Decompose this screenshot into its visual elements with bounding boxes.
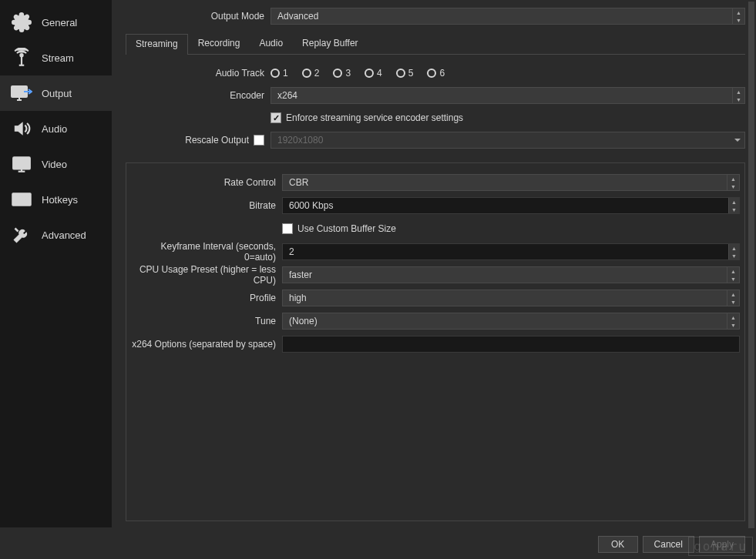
enforce-checkbox[interactable] bbox=[270, 112, 281, 123]
tools-icon bbox=[11, 224, 32, 246]
audio-track-option: 5 bbox=[408, 68, 414, 79]
sidebar-item-label: General bbox=[42, 17, 77, 28]
select-spinner-icon: ▲▼ bbox=[732, 8, 744, 24]
monitor-arrow-icon bbox=[11, 82, 32, 104]
audio-track-radio-2[interactable] bbox=[302, 69, 311, 78]
rate-control-label: Rate Control bbox=[131, 177, 282, 188]
select-spinner-icon: ▲▼ bbox=[732, 88, 744, 103]
svg-point-12 bbox=[21, 199, 22, 199]
monitor-icon bbox=[11, 153, 32, 175]
svg-point-11 bbox=[18, 199, 18, 199]
tune-value: (None) bbox=[289, 316, 318, 326]
audio-track-radio-1[interactable] bbox=[270, 69, 280, 78]
vertical-scrollbar[interactable] bbox=[748, 2, 754, 528]
profile-label: Profile bbox=[131, 293, 282, 303]
svg-point-8 bbox=[24, 196, 25, 196]
tab-audio[interactable]: Audio bbox=[250, 34, 292, 54]
encoder-value: x264 bbox=[277, 90, 297, 101]
audio-track-label: Audio Track bbox=[126, 68, 270, 79]
keyframe-input[interactable]: 2 ▲▼ bbox=[282, 243, 740, 260]
sidebar-item-label: Advanced bbox=[42, 229, 86, 241]
select-spinner-icon: ▲▼ bbox=[727, 290, 739, 306]
tab-replay-buffer[interactable]: Replay Buffer bbox=[293, 34, 368, 54]
keyframe-value: 2 bbox=[289, 246, 294, 257]
custom-buffer-label: Use Custom Buffer Size bbox=[297, 223, 396, 234]
keyboard-icon bbox=[11, 189, 32, 210]
audio-track-option: 1 bbox=[283, 68, 288, 79]
svg-point-14 bbox=[27, 199, 28, 199]
encoder-label: Encoder bbox=[126, 90, 270, 101]
tune-label: Tune bbox=[131, 316, 282, 326]
antenna-icon bbox=[11, 47, 32, 69]
number-spinner-icon[interactable]: ▲▼ bbox=[728, 198, 739, 213]
rate-control-value: CBR bbox=[289, 177, 308, 188]
tab-recording[interactable]: Recording bbox=[189, 34, 250, 54]
svg-rect-3 bbox=[13, 157, 30, 169]
output-tabs: Streaming Recording Audio Replay Buffer bbox=[126, 34, 745, 55]
profile-value: high bbox=[289, 293, 307, 303]
audio-track-option: 6 bbox=[439, 68, 445, 79]
tune-select[interactable]: (None) ▲▼ bbox=[282, 313, 740, 330]
rescale-label: Rescale Output bbox=[185, 135, 249, 146]
audio-track-radio-6[interactable] bbox=[427, 69, 436, 78]
svg-point-9 bbox=[27, 196, 28, 196]
sidebar-item-general[interactable]: General bbox=[0, 5, 112, 40]
rescale-checkbox[interactable] bbox=[254, 135, 264, 146]
profile-select[interactable]: high ▲▼ bbox=[282, 290, 740, 306]
tab-streaming[interactable]: Streaming bbox=[126, 34, 188, 55]
rate-control-select[interactable]: CBR ▲▼ bbox=[282, 174, 740, 191]
select-spinner-icon: ▲▼ bbox=[727, 175, 739, 190]
gear-icon bbox=[11, 12, 32, 33]
cpu-preset-value: faster bbox=[289, 269, 312, 280]
settings-sidebar: General Stream Output Audio Video bbox=[0, 0, 112, 527]
svg-point-7 bbox=[21, 196, 22, 196]
watermark: goharu bbox=[688, 537, 753, 556]
sidebar-item-label: Stream bbox=[42, 52, 74, 64]
x264-opts-label: x264 Options (separated by space) bbox=[131, 339, 282, 350]
cancel-button[interactable]: Cancel bbox=[643, 536, 694, 553]
x264-opts-input[interactable] bbox=[282, 336, 740, 353]
encoder-select[interactable]: x264 ▲▼ bbox=[270, 87, 745, 104]
rescale-value: 1920x1080 bbox=[277, 135, 323, 146]
audio-track-radio-3[interactable] bbox=[333, 69, 342, 78]
svg-point-10 bbox=[15, 199, 15, 199]
output-mode-value: Advanced bbox=[277, 11, 318, 22]
sidebar-item-hotkeys[interactable]: Hotkeys bbox=[0, 182, 112, 217]
cpu-preset-label: CPU Usage Preset (higher = less CPU) bbox=[131, 264, 282, 286]
audio-track-option: 3 bbox=[345, 68, 351, 79]
cpu-preset-select[interactable]: faster ▲▼ bbox=[282, 266, 740, 283]
svg-point-5 bbox=[15, 196, 15, 196]
keyframe-label: Keyframe Interval (seconds, 0=auto) bbox=[131, 241, 282, 263]
bitrate-input[interactable]: 6000 Kbps ▲▼ bbox=[282, 197, 740, 214]
bitrate-label: Bitrate bbox=[131, 200, 282, 211]
sidebar-item-label: Output bbox=[42, 88, 72, 99]
bitrate-value: 6000 Kbps bbox=[289, 200, 333, 211]
audio-track-radio-4[interactable] bbox=[365, 69, 374, 78]
select-spinner-icon: ▲▼ bbox=[727, 313, 739, 329]
sidebar-item-label: Video bbox=[42, 159, 67, 170]
sidebar-item-video[interactable]: Video bbox=[0, 146, 112, 182]
custom-buffer-checkbox[interactable] bbox=[282, 223, 293, 234]
svg-rect-15 bbox=[17, 202, 26, 203]
scrollbar-thumb[interactable] bbox=[748, 2, 754, 528]
number-spinner-icon[interactable]: ▲▼ bbox=[728, 244, 739, 259]
output-mode-label: Output Mode bbox=[126, 11, 270, 22]
sidebar-item-audio[interactable]: Audio bbox=[0, 111, 112, 146]
chevron-down-icon bbox=[734, 137, 741, 143]
main-panel: Output Mode Advanced ▲▼ Streaming Record… bbox=[112, 0, 756, 527]
enforce-label: Enforce streaming service encoder settin… bbox=[286, 112, 463, 123]
sidebar-item-stream[interactable]: Stream bbox=[0, 40, 112, 75]
encoder-settings-panel: Rate Control CBR ▲▼ Bitrate 6000 Kbps ▲▼… bbox=[126, 162, 745, 521]
ok-button[interactable]: OK bbox=[598, 536, 638, 553]
svg-point-13 bbox=[24, 199, 25, 199]
output-mode-select[interactable]: Advanced ▲▼ bbox=[270, 8, 745, 25]
audio-track-radio-5[interactable] bbox=[396, 69, 405, 78]
sidebar-item-label: Hotkeys bbox=[42, 194, 78, 206]
speaker-icon bbox=[11, 118, 32, 139]
select-spinner-icon: ▲▼ bbox=[727, 267, 739, 283]
svg-point-6 bbox=[18, 196, 18, 196]
sidebar-item-output[interactable]: Output bbox=[0, 75, 112, 111]
sidebar-item-label: Audio bbox=[42, 123, 67, 135]
rescale-select[interactable]: 1920x1080 bbox=[270, 132, 745, 149]
sidebar-item-advanced[interactable]: Advanced bbox=[0, 217, 112, 253]
